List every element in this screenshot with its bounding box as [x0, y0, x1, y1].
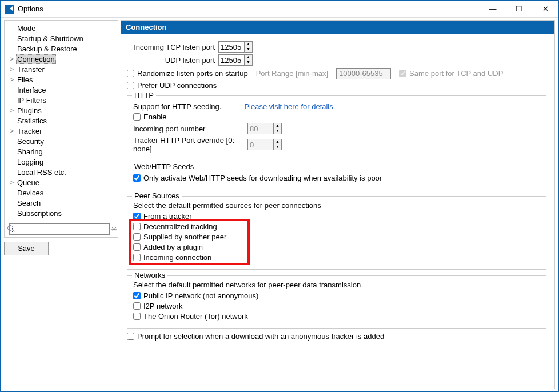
port-range-label: Port Range [min-max]	[256, 69, 328, 78]
expand-icon[interactable]: >	[8, 179, 16, 186]
network-checkbox[interactable]	[133, 302, 141, 310]
expand-icon[interactable]: >	[8, 66, 16, 73]
sidebar-item-devices[interactable]: Devices	[5, 187, 118, 198]
spinner-arrows[interactable]: ▲▼	[245, 41, 253, 53]
sidebar-item-security[interactable]: Security	[5, 136, 118, 146]
webseeds-only-activate-row[interactable]: Only activate Web/HTTP seeds for downloa…	[133, 174, 540, 182]
http-enable-label: Enable	[143, 113, 166, 121]
clear-search-button[interactable]: ✳	[111, 225, 117, 234]
prompt-anon-label: Prompt for selection when a download wit…	[137, 332, 384, 341]
sidebar-item-mode[interactable]: Mode	[5, 23, 118, 33]
sidebar-item-label: Mode	[16, 24, 37, 33]
udp-port-label: UDP listen port	[127, 56, 218, 65]
sidebar-item-files[interactable]: >Files	[5, 74, 118, 85]
sidebar-item-label: Queue	[16, 178, 41, 187]
network-checkbox[interactable]	[133, 313, 141, 320]
sidebar-item-transfer[interactable]: >Transfer	[5, 64, 118, 74]
http-details-link[interactable]: Please visit here for details	[244, 102, 333, 111]
peersource-option[interactable]: From a tracker	[133, 212, 540, 221]
prefer-udp-row[interactable]: Prefer UDP connections	[127, 81, 546, 90]
sidebar-item-plugins[interactable]: >Plugins	[5, 105, 118, 115]
expand-icon[interactable]: >	[8, 76, 16, 83]
sidebar-item-label: Tracker	[16, 127, 43, 135]
http-group: HTTP Support for HTTP seeding. Please vi…	[127, 95, 546, 161]
peersource-label: From a tracker	[143, 212, 192, 221]
spinner-arrows: ▲▼	[274, 123, 282, 134]
sidebar-item-search[interactable]: Search	[5, 198, 118, 208]
webseeds-only-activate-checkbox[interactable]	[133, 174, 141, 182]
tcp-port-spinner[interactable]: ▲▼	[218, 41, 253, 53]
randomize-label: Randomize listen ports on startup	[137, 69, 248, 78]
http-override-input	[247, 139, 274, 150]
http-enable-checkbox[interactable]	[133, 113, 141, 121]
spinner-arrows: ▲▼	[274, 139, 282, 150]
sidebar-item-label: Security	[16, 137, 45, 146]
spinner-arrows[interactable]: ▲▼	[245, 54, 253, 66]
sidebar-item-backup-restore[interactable]: Backup & Restore	[5, 43, 118, 54]
peersource-checkbox[interactable]	[133, 254, 141, 261]
networks-group: Networks Select the default permitted ne…	[127, 275, 546, 329]
sidebar-item-statistics[interactable]: Statistics	[5, 115, 118, 126]
sidebar-item-queue[interactable]: >Queue	[5, 177, 118, 187]
sidebar-item-interface[interactable]: Interface	[5, 85, 118, 95]
udp-port-input[interactable]	[218, 54, 245, 66]
sidebar-item-sharing[interactable]: Sharing	[5, 146, 118, 157]
prefer-udp-label: Prefer UDP connections	[137, 81, 217, 90]
peersources-group: Peer Sources Select the default permitte…	[127, 196, 546, 270]
network-checkbox[interactable]	[133, 292, 141, 299]
udp-port-spinner[interactable]: ▲▼	[218, 54, 253, 66]
search-input[interactable]	[9, 223, 110, 235]
sidebar-item-local-rss-etc-[interactable]: Local RSS etc.	[5, 167, 118, 177]
prompt-anon-checkbox[interactable]	[127, 333, 134, 340]
options-window: Options — ☐ ✕ ModeStartup & ShutdownBack…	[0, 0, 559, 392]
app-icon	[5, 5, 14, 14]
http-legend: HTTP	[132, 91, 156, 99]
peersource-option[interactable]: Decentralized tracking	[133, 222, 540, 231]
http-enable-row[interactable]: Enable	[133, 113, 540, 121]
minimize-button[interactable]: —	[480, 1, 506, 18]
peersources-intro: Select the default permitted sources for…	[133, 201, 540, 210]
network-option[interactable]: The Onion Router (Tor) network	[133, 312, 540, 321]
http-override-spinner: ▲▼	[247, 139, 282, 150]
network-option[interactable]: Public IP network (not anonymous)	[133, 291, 540, 300]
save-button[interactable]: Save	[4, 242, 49, 255]
sidebar-item-subscriptions[interactable]: Subscriptions	[5, 208, 118, 218]
peersource-checkbox[interactable]	[133, 223, 141, 230]
sidebar-item-label: Statistics	[16, 117, 48, 125]
peersource-checkbox[interactable]	[133, 213, 141, 220]
close-button[interactable]: ✕	[532, 1, 558, 18]
sidebar: ModeStartup & ShutdownBackup & Restore>C…	[4, 20, 118, 238]
expand-icon[interactable]: >	[8, 107, 16, 114]
expand-icon[interactable]: >	[8, 127, 16, 134]
sidebar-item-ip-filters[interactable]: IP Filters	[5, 95, 118, 105]
sidebar-item-connection[interactable]: >Connection	[5, 54, 118, 64]
sidebar-item-label: Local RSS etc.	[16, 168, 67, 177]
networks-legend: Networks	[132, 271, 167, 279]
peersource-option[interactable]: Incoming connection	[133, 253, 540, 262]
randomize-checkbox[interactable]	[127, 70, 134, 77]
peersource-option[interactable]: Supplied by another peer	[133, 233, 540, 241]
randomize-checkbox-row[interactable]: Randomize listen ports on startup	[127, 69, 248, 78]
sidebar-item-logging[interactable]: Logging	[5, 157, 118, 167]
networks-intro: Select the default permitted networks fo…	[133, 281, 540, 289]
maximize-button[interactable]: ☐	[506, 1, 532, 18]
peersources-legend: Peer Sources	[132, 191, 182, 200]
sidebar-item-startup-shutdown[interactable]: Startup & Shutdown	[5, 33, 118, 43]
peersource-checkbox[interactable]	[133, 233, 141, 241]
peersource-label: Supplied by another peer	[143, 233, 226, 241]
expand-icon[interactable]: >	[8, 55, 16, 62]
nav-tree: ModeStartup & ShutdownBackup & Restore>C…	[5, 21, 118, 221]
http-incoming-port-label: Incoming port number	[133, 125, 247, 133]
peersource-checkbox[interactable]	[133, 243, 141, 251]
network-option[interactable]: I2P network	[133, 302, 540, 310]
prefer-udp-checkbox[interactable]	[127, 82, 134, 89]
sidebar-item-tracker[interactable]: >Tracker	[5, 126, 118, 136]
tcp-port-input[interactable]	[218, 41, 245, 53]
sidebar-item-label: Subscriptions	[16, 209, 63, 218]
sidebar-item-label: Logging	[16, 158, 45, 166]
prompt-anon-row[interactable]: Prompt for selection when a download wit…	[127, 332, 546, 341]
peersource-label: Added by a plugin	[143, 243, 203, 251]
sidebar-item-label: Plugins	[16, 106, 43, 115]
peersource-option[interactable]: Added by a plugin	[133, 243, 540, 251]
same-port-checkbox-row: Same port for TCP and UDP	[399, 69, 503, 78]
